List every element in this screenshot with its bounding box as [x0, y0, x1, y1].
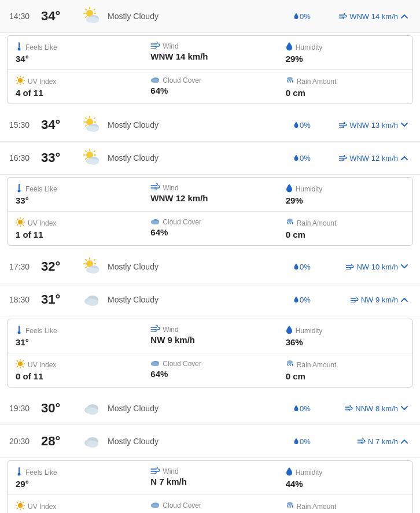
weather-row[interactable]: 17:30 32° Mostly Cloudy 0% NW 10 km/h — [0, 250, 420, 283]
humidity-cell: Humidity 44% — [278, 461, 412, 494]
cloud-cover-cell: Cloud Cover 64% — [142, 353, 277, 387]
drop-icon — [286, 325, 293, 336]
wind-info: WNW 14 km/h — [329, 12, 398, 21]
condition-label: Mostly Cloudy — [105, 262, 294, 271]
humidity-label: Humidity — [286, 467, 404, 478]
feels-like-label: Feels Like — [16, 325, 134, 336]
wind-detail-icon — [150, 467, 160, 475]
svg-line-35 — [23, 224, 23, 225]
rain-percent: 0% — [294, 121, 329, 130]
wind-icon — [339, 121, 347, 130]
uv-icon — [16, 359, 25, 370]
wind-label: Wind — [150, 183, 269, 192]
rain-amount-label: Rain Amount — [286, 76, 404, 87]
detail-row-top: Feels Like 33° Wind WNW 12 km/h — [8, 178, 412, 212]
feels-like-cell: Feels Like 33° — [8, 178, 142, 211]
expand-chevron[interactable] — [398, 439, 411, 444]
uv-icon — [16, 501, 25, 512]
expand-chevron[interactable] — [398, 156, 411, 160]
rain-amount-label: Rain Amount — [286, 501, 404, 512]
temperature: 28° — [41, 434, 79, 449]
wind-cell: Wind WNW 14 km/h — [142, 36, 277, 69]
svg-point-45 — [89, 268, 99, 274]
weather-row[interactable]: 18:30 31° Mostly Cloudy 0% NW 9 km/h — [0, 283, 420, 316]
weather-row[interactable]: 15:30 34° Mostly Cloudy 0% WNW 13 km/h — [0, 109, 420, 142]
feels-like-value: 31° — [16, 337, 134, 347]
detail-panel: Feels Like 31° Wind NW 9 km/h — [7, 319, 413, 387]
wind-detail-icon — [150, 325, 160, 334]
rain-sm-icon — [286, 501, 294, 512]
weather-row[interactable]: 16:30 33° Mostly Cloudy 0% WNW 12 km/h — [0, 142, 420, 175]
rain-drop-icon — [294, 404, 299, 413]
weather-list: 14:30 34° Mostly Cloudy 0% WNW 14 km/h — [0, 0, 420, 513]
feels-like-cell: Feels Like 29° — [8, 461, 142, 494]
rain-drop-icon — [294, 12, 299, 21]
thermometer-icon — [16, 42, 23, 53]
time-label: 17:30 — [9, 262, 41, 271]
thermometer-icon — [16, 467, 23, 478]
weather-row[interactable]: 20:30 28° Mostly Cloudy 0% N 7 km/h — [0, 425, 420, 458]
cloud-sm-icon — [150, 217, 160, 226]
rain-percent: 0% — [294, 404, 329, 413]
rain-amount-cell: Rain Amount 0 cm — [278, 353, 412, 387]
thermometer-icon — [16, 325, 23, 336]
svg-line-34 — [17, 219, 17, 219]
expand-chevron[interactable] — [398, 264, 411, 269]
svg-point-22 — [89, 126, 99, 132]
svg-rect-49 — [19, 326, 20, 331]
uv-icon — [16, 217, 25, 228]
temperature: 31° — [41, 292, 79, 307]
temperature: 33° — [41, 150, 79, 165]
expand-chevron[interactable] — [398, 123, 411, 127]
cloud-cover-value: 64% — [150, 227, 269, 237]
svg-point-71 — [18, 473, 21, 476]
svg-point-41 — [287, 219, 293, 222]
feels-like-value: 33° — [16, 195, 134, 205]
wind-icon — [351, 296, 359, 304]
rain-amount-value: 0 cm — [286, 371, 404, 381]
weather-icon — [79, 6, 105, 27]
wind-cell: Wind NW 9 km/h — [142, 319, 277, 353]
feels-like-cell: Feels Like 34° — [8, 36, 142, 69]
humidity-label: Humidity — [286, 42, 404, 53]
feels-like-value: 34° — [16, 54, 134, 64]
feels-like-label: Feels Like — [16, 467, 134, 478]
svg-point-3 — [89, 17, 99, 23]
detail-panel: Feels Like 29° Wind N 7 km/h — [7, 460, 413, 513]
rain-sm-icon — [286, 217, 294, 228]
cloud-cover-label: Cloud Cover — [150, 217, 269, 226]
cloud-sm-icon — [150, 501, 160, 510]
weather-icon — [79, 398, 105, 419]
wind-label: Wind — [150, 42, 269, 50]
svg-rect-70 — [19, 467, 20, 473]
svg-line-12 — [23, 83, 23, 83]
humidity-value: 44% — [286, 479, 404, 489]
svg-point-48 — [87, 299, 98, 306]
svg-line-57 — [23, 366, 23, 367]
weather-row[interactable]: 19:30 30° Mostly Cloudy 0% NNW 8 km/h — [0, 392, 420, 425]
wind-detail-icon — [150, 183, 160, 192]
wind-info: WNW 12 km/h — [329, 154, 398, 163]
time-label: 20:30 — [9, 437, 41, 446]
svg-point-50 — [18, 331, 21, 334]
wind-info: WNW 13 km/h — [329, 121, 398, 130]
rain-percent: 0% — [294, 296, 329, 304]
wind-cell: Wind WNW 12 km/h — [142, 178, 277, 211]
expand-chevron[interactable] — [398, 406, 411, 411]
weather-icon — [79, 147, 105, 168]
wind-info: N 7 km/h — [329, 437, 398, 446]
expand-chevron[interactable] — [398, 14, 411, 19]
rain-drop-icon — [294, 121, 299, 130]
uv-cell: UV Index 4 of 11 — [8, 70, 142, 104]
feels-like-label: Feels Like — [16, 42, 134, 53]
expand-chevron[interactable] — [398, 297, 411, 302]
weather-row[interactable]: 14:30 34° Mostly Cloudy 0% WNW 14 km/h — [0, 0, 420, 33]
uv-label: UV Index — [16, 359, 134, 370]
feels-like-label: Feels Like — [16, 183, 134, 194]
detail-panel: Feels Like 33° Wind WNW 12 km/h — [7, 177, 413, 246]
thermometer-icon — [16, 183, 23, 194]
detail-row-top: Feels Like 29° Wind N 7 km/h — [8, 461, 412, 495]
cloud-cover-value: 64% — [150, 86, 269, 95]
uv-value: 1 of 11 — [16, 230, 134, 239]
svg-line-13 — [17, 83, 17, 83]
